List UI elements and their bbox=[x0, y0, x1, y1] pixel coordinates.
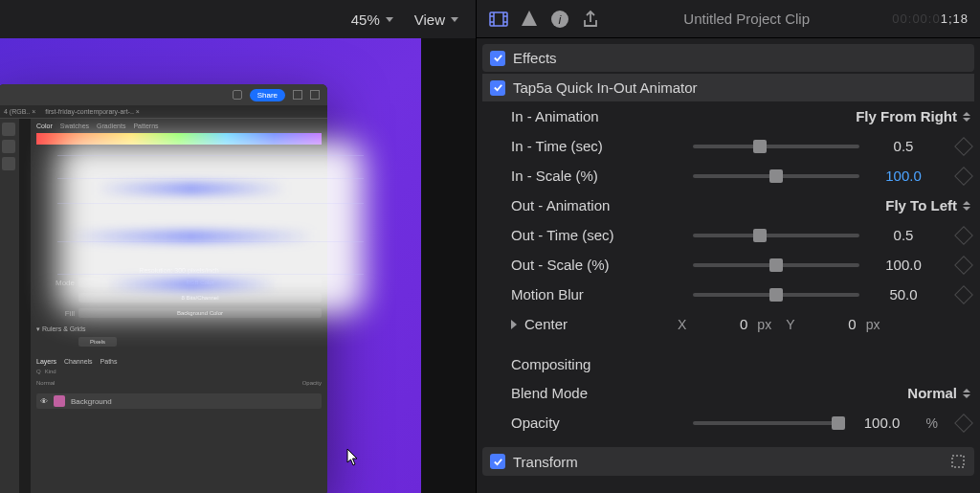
share-button: Share bbox=[250, 89, 285, 101]
param-center: Center X 0 px Y 0 px bbox=[482, 309, 974, 339]
transform-checkbox[interactable] bbox=[490, 454, 505, 469]
viewer-canvas[interactable]: Share 4 (RGB.. × first-friday-contempora… bbox=[0, 38, 476, 493]
ps-doc-tab: first-friday-contemporary-art-.. × bbox=[45, 108, 140, 115]
out-time-value[interactable]: 0.5 bbox=[869, 227, 938, 243]
ps-layer-row: 👁 Background bbox=[36, 393, 322, 409]
ps-doc-tab: 4 (RGB.. × bbox=[4, 108, 35, 115]
zoom-value: 45% bbox=[351, 11, 380, 28]
chevron-down-icon bbox=[451, 17, 458, 22]
out-time-slider[interactable] bbox=[693, 234, 859, 237]
effects-checkbox[interactable] bbox=[490, 51, 505, 66]
blend-mode-popup[interactable]: Normal bbox=[907, 385, 970, 401]
ps-toolbar bbox=[0, 119, 19, 493]
effects-header[interactable]: Effects bbox=[482, 44, 974, 72]
in-animation-popup[interactable]: Fly From Right bbox=[856, 108, 970, 124]
search-icon bbox=[293, 90, 302, 100]
effect-name: Tap5a Quick In-Out Animator bbox=[513, 79, 698, 96]
inspector-header: i Untitled Project Clip 00:00:01;18 bbox=[477, 0, 980, 38]
opacity-value[interactable]: 100.0 bbox=[848, 415, 917, 431]
share-tab-icon[interactable] bbox=[580, 9, 601, 30]
info-tab-icon[interactable]: i bbox=[549, 9, 570, 30]
viewer-toolbar: 45% View bbox=[0, 0, 476, 38]
svg-rect-0 bbox=[490, 12, 507, 26]
zoom-dropdown[interactable]: 45% bbox=[351, 11, 393, 28]
in-time-slider[interactable] bbox=[693, 145, 859, 148]
effect-checkbox[interactable] bbox=[490, 80, 505, 96]
in-scale-slider[interactable] bbox=[693, 174, 859, 178]
timecode-display: 00:00:01;18 bbox=[892, 11, 969, 26]
center-x-value[interactable]: 0 bbox=[696, 316, 747, 332]
compositing-label: Compositing bbox=[482, 348, 974, 378]
opacity-slider[interactable] bbox=[693, 421, 838, 425]
x-label: X bbox=[678, 317, 686, 332]
inspector-body[interactable]: Effects Tap5a Quick In-Out Animator In -… bbox=[477, 38, 980, 493]
param-in-time: In - Time (sec) 0.5 bbox=[482, 131, 974, 161]
param-opacity: Opacity 100.0 % bbox=[482, 408, 974, 437]
out-scale-slider[interactable] bbox=[693, 263, 859, 267]
flask-icon bbox=[233, 90, 242, 100]
inspector-tabs: i bbox=[488, 9, 601, 30]
keyframe-button[interactable] bbox=[954, 285, 973, 304]
param-out-scale: Out - Scale (%) 100.0 bbox=[482, 250, 974, 280]
effects-label: Effects bbox=[513, 50, 557, 66]
param-out-time: Out - Time (sec) 0.5 bbox=[482, 220, 974, 250]
workspace-icon bbox=[310, 90, 320, 100]
param-in-scale: In - Scale (%) 100.0 bbox=[482, 161, 974, 190]
effect-row[interactable]: Tap5a Quick In-Out Animator bbox=[482, 74, 974, 101]
in-scale-value[interactable]: 100.0 bbox=[869, 168, 938, 184]
out-scale-value[interactable]: 100.0 bbox=[869, 257, 938, 273]
ps-panel-tabs: Color Swatches Gradients Patterns bbox=[36, 123, 322, 129]
param-blend-mode: Blend Mode Normal bbox=[482, 378, 974, 408]
keyframe-button[interactable] bbox=[954, 256, 973, 275]
param-out-animation: Out - Animation Fly To Left bbox=[482, 190, 974, 220]
param-motion-blur: Motion Blur 50.0 bbox=[482, 280, 974, 309]
video-tab-icon[interactable] bbox=[488, 9, 509, 30]
disclosure-triangle-icon[interactable] bbox=[511, 320, 517, 329]
param-in-animation: In - Animation Fly From Right bbox=[482, 101, 974, 131]
clip-title: Untitled Project Clip bbox=[612, 11, 880, 27]
view-label: View bbox=[414, 11, 445, 28]
ps-titlebar: Share bbox=[0, 84, 327, 105]
transform-label: Transform bbox=[513, 454, 578, 470]
in-time-value[interactable]: 0.5 bbox=[869, 138, 938, 154]
view-dropdown[interactable]: View bbox=[414, 11, 458, 28]
viewer-pane: 45% View Share 4 (RGB.. × first-friday-c… bbox=[0, 0, 476, 493]
transform-header[interactable]: Transform bbox=[482, 447, 974, 476]
y-label: Y bbox=[786, 317, 794, 332]
center-y-value[interactable]: 0 bbox=[805, 316, 857, 332]
inspector-pane: i Untitled Project Clip 00:00:01;18 Effe… bbox=[476, 0, 980, 493]
keyframe-button[interactable] bbox=[954, 414, 973, 433]
crop-icon[interactable] bbox=[949, 453, 967, 470]
chevron-down-icon bbox=[386, 17, 393, 22]
keyframe-button[interactable] bbox=[954, 226, 973, 245]
color-tab-icon[interactable] bbox=[519, 9, 540, 30]
keyframe-button[interactable] bbox=[954, 167, 973, 186]
keyframe-button[interactable] bbox=[954, 137, 973, 156]
out-animation-popup[interactable]: Fly To Left bbox=[885, 197, 970, 213]
motion-blur-value[interactable]: 50.0 bbox=[869, 286, 938, 303]
motion-blur-slider[interactable] bbox=[693, 293, 859, 297]
ps-doc-tabs: 4 (RGB.. × first-friday-contemporary-art… bbox=[0, 105, 327, 119]
svg-rect-9 bbox=[952, 456, 964, 467]
